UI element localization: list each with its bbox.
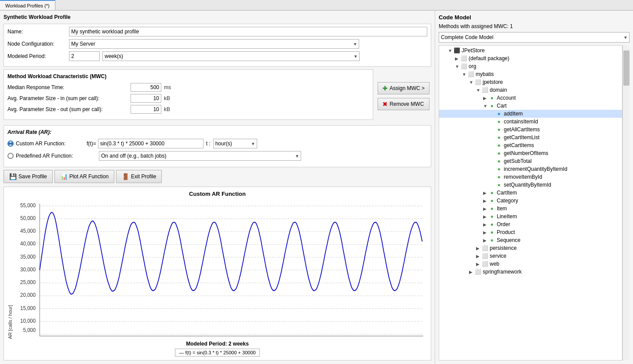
tree-item-removeitembyid[interactable]: ● removeItemById	[439, 173, 622, 181]
custom-ar-input[interactable]	[98, 139, 204, 148]
workload-profiles-tab[interactable]: Workload Profiles (*)	[0, 0, 55, 10]
springframework-icon: ⬜	[474, 268, 481, 275]
svg-text:55,000: 55,000	[20, 202, 36, 209]
tree-item-org[interactable]: ▼ ⬜ org	[439, 62, 622, 70]
tree-item-product[interactable]: ▶ ● Product	[439, 228, 622, 236]
avg-param-out-label: Avg. Parameter Size - out (sum per call)…	[7, 106, 131, 112]
tree-item-springframework[interactable]: ▶ ⬜ springframework	[439, 268, 622, 276]
svg-text:15-Jun: 15-Jun	[32, 339, 47, 339]
tree-item-domain[interactable]: ▼ ⬜ domain	[439, 86, 622, 94]
tab-label: Workload Profiles (*)	[5, 3, 50, 8]
tree-item-order[interactable]: ▶ ● Order	[439, 220, 622, 228]
modeled-period-unit-select[interactable]: week(s)	[102, 51, 360, 61]
tree-item-cart[interactable]: ▼ ● Cart	[439, 102, 622, 110]
svg-text:50,000: 50,000	[20, 215, 36, 221]
persistence-icon: ⬜	[481, 245, 488, 252]
svg-text:10,000: 10,000	[20, 317, 36, 324]
predefined-ar-label: Predefined AR Function:	[16, 153, 73, 159]
avg-param-in-row: Avg. Parameter Size - in (sum per call):…	[7, 94, 369, 103]
avg-param-in-input[interactable]	[131, 94, 161, 103]
domain-icon: ⬜	[481, 86, 488, 94]
svg-text:24-Jun: 24-Jun	[290, 339, 306, 339]
plot-icon: 📊	[60, 173, 68, 180]
account-icon: ●	[488, 94, 495, 101]
predefined-ar-select[interactable]: On and off (e.g., batch jobs)	[99, 151, 301, 161]
median-response-input[interactable]	[131, 83, 161, 92]
custom-ar-radio[interactable]	[7, 141, 14, 147]
t-unit-select[interactable]: hour(s)	[213, 139, 257, 148]
getsubtotal-icon: ●	[495, 158, 502, 165]
tree-item-getcartitems[interactable]: ● getCartItems	[439, 141, 622, 149]
tree-item-service[interactable]: ▶ ⬜ service	[439, 252, 622, 260]
svg-text:25,000: 25,000	[20, 279, 36, 285]
modeled-period-input[interactable]	[69, 51, 100, 61]
tree-item-default-pkg[interactable]: ▶ ⬜ (default package)	[439, 54, 622, 62]
cartitem-icon: ●	[488, 189, 495, 196]
assign-mwc-button[interactable]: ✚ Assign MWC >	[378, 82, 429, 94]
tree-item-getcartitemlist[interactable]: ● getCartItemList	[439, 133, 622, 141]
remove-mwc-icon: ✖	[382, 101, 388, 108]
mwc-title: Method Workload Characteristic (MWC)	[7, 73, 369, 79]
tree-item-additem[interactable]: ● addItem	[439, 110, 622, 118]
svg-text:45,000: 45,000	[20, 227, 36, 234]
svg-text:18-Jun: 18-Jun	[118, 339, 134, 339]
node-config-select[interactable]: My Server	[69, 39, 359, 49]
tree-item-category[interactable]: ▶ ● Category	[439, 197, 622, 205]
tree-item-getnumberofitems[interactable]: ● getNumberOfItems	[439, 149, 622, 157]
svg-text:16-Jun: 16-Jun	[61, 339, 76, 339]
tree-item-incrementquantity[interactable]: ● incrementQuantityByItemId	[439, 165, 622, 173]
tree-item-containsitemid[interactable]: ● containsItemId	[439, 118, 622, 126]
service-icon: ⬜	[481, 252, 488, 259]
tree-item-getallcartitems[interactable]: ● getAllCartItems	[439, 126, 622, 133]
assign-mwc-icon: ✚	[382, 85, 388, 92]
y-axis-label: AR [calls / hour]	[7, 199, 13, 339]
save-profile-button[interactable]: 💾 Save Profile	[4, 170, 53, 183]
avg-param-out-input[interactable]	[131, 105, 161, 114]
tree-item-jpetstore[interactable]: ▼ ⬛ JPetStore	[439, 47, 622, 54]
ar-title: Arrival Rate (AR):	[7, 129, 427, 135]
incrementquantity-icon: ●	[495, 166, 502, 173]
node-config-label: Node Configuration:	[7, 41, 69, 47]
code-model-select[interactable]: Complete Code Model	[439, 32, 629, 43]
svg-text:27-Jun: 27-Jun	[376, 339, 392, 339]
methods-count: Methods with assigned MWC: 1	[439, 23, 629, 29]
exit-profile-label: Exit Profile	[131, 173, 156, 180]
tree-item-web[interactable]: ▶ ⬜ web	[439, 260, 622, 268]
remove-mwc-button[interactable]: ✖ Remove MWC	[378, 98, 429, 110]
save-icon: 💾	[9, 173, 17, 180]
category-icon: ●	[488, 197, 495, 204]
avg-param-in-unit: kB	[164, 95, 170, 101]
tree-item-jpetstore-pkg[interactable]: ▼ ⬜ jpetstore	[439, 78, 622, 86]
tree-item-sequence[interactable]: ▶ ● Sequence	[439, 236, 622, 244]
tree-container: ▼ ⬛ JPetStore ▶ ⬜ (default package) ▼ ⬜ …	[439, 45, 622, 360]
ft-label: f(t)=	[87, 141, 96, 147]
svg-text:28-Jun: 28-Jun	[405, 339, 420, 339]
chart-footer: Modeled Period: 2 weeks	[7, 341, 427, 347]
tree-item-account[interactable]: ▶ ● Account	[439, 94, 622, 102]
tree-item-lineitem[interactable]: ▶ ● LineItem	[439, 213, 622, 220]
chart-legend: — f(t) = sin(0.3 * t) * 25000 + 30000	[175, 349, 259, 357]
getallcartitems-icon: ●	[495, 126, 502, 133]
item-icon: ●	[488, 205, 495, 212]
tree-item-getsubtotal[interactable]: ● getSubTotal	[439, 157, 622, 165]
tree-scrollbar[interactable]	[622, 45, 629, 360]
tree-item-item[interactable]: ▶ ● Item	[439, 205, 622, 213]
median-response-row: Median Response Time: ms	[7, 83, 369, 92]
svg-text:17-Jun: 17-Jun	[89, 339, 105, 339]
plot-ar-label: Plot AR Function	[69, 173, 109, 180]
plot-ar-button[interactable]: 📊 Plot AR Function	[55, 170, 114, 183]
predefined-ar-radio[interactable]	[7, 153, 14, 159]
chart-area: Custom AR Function AR [calls / hour] 55,…	[4, 187, 431, 360]
lineitem-icon: ●	[488, 213, 495, 220]
left-panel: Synthetic Workload Profile Name: Node Co…	[0, 11, 435, 364]
svg-text:23-Jun: 23-Jun	[262, 339, 277, 339]
chart-svg: 55,000 50,000 45,000 40,000 35,000 30,00…	[15, 199, 427, 339]
name-input[interactable]	[69, 27, 427, 36]
tree-item-cartitem[interactable]: ▶ ● CartItem	[439, 189, 622, 197]
tree-item-setquantity[interactable]: ● setQuantityByItemId	[439, 181, 622, 189]
exit-profile-button[interactable]: 🚪 Exit Profile	[116, 170, 162, 183]
median-response-label: Median Response Time:	[7, 84, 131, 90]
tree-item-mybatis[interactable]: ▼ ⬜ mybatis	[439, 70, 622, 78]
default-pkg-icon: ⬜	[460, 55, 467, 62]
tree-item-persistence[interactable]: ▶ ⬜ persistence	[439, 244, 622, 252]
